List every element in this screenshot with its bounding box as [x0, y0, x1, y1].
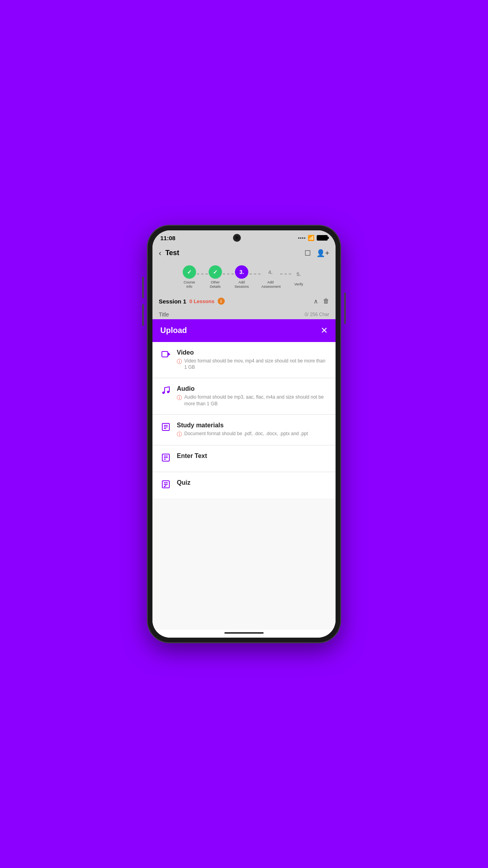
signal-dots-icon	[298, 237, 305, 239]
study-title: Study materials	[177, 422, 328, 429]
video-desc: ⓘ Video format should be mov, mp4 and si…	[177, 358, 328, 371]
text-content: Enter Text	[177, 452, 328, 461]
step-2-circle: ✓	[209, 265, 222, 279]
export-icon[interactable]: ☐	[305, 249, 311, 257]
upload-quiz-item[interactable]: Quiz	[152, 472, 336, 498]
check-icon-2: ✓	[213, 269, 218, 275]
session-lessons-count: 0 Lessons	[189, 298, 215, 304]
video-icon	[160, 349, 171, 361]
step-4-number: 4.	[268, 269, 273, 275]
audio-content: Audio ⓘ Audio format should be mp3, aac,…	[177, 385, 328, 407]
step-verify[interactable]: 5. Verify	[292, 267, 305, 287]
study-materials-icon	[160, 422, 171, 434]
collapse-button[interactable]: ∧	[314, 298, 318, 305]
step-1-label: CourseInfo	[183, 280, 195, 289]
enter-text-icon	[160, 453, 171, 465]
step-5-circle: 5.	[292, 267, 305, 281]
status-time: 11:08	[160, 235, 175, 241]
quiz-content: Quiz	[177, 479, 328, 488]
upload-video-item[interactable]: Video ⓘ Video format should be mov, mp4 …	[152, 342, 336, 379]
home-indicator	[152, 630, 336, 638]
step-4-circle: 4.	[264, 265, 277, 279]
step-4-label: AddAssessment	[261, 280, 279, 289]
upload-title: Upload	[160, 326, 187, 335]
svg-rect-0	[162, 351, 168, 357]
back-button[interactable]: ‹	[159, 248, 161, 257]
quiz-title: Quiz	[177, 479, 328, 486]
page-title: Test	[165, 249, 301, 257]
char-counter: 0/ 256 Char	[305, 312, 329, 317]
session-action-buttons: ∧ 🗑	[314, 298, 329, 305]
study-content: Study materials ⓘ Document format should…	[177, 422, 328, 438]
title-field-row: Title 0/ 256 Char	[159, 308, 329, 319]
audio-title: Audio	[177, 385, 328, 392]
svg-point-2	[162, 392, 165, 394]
phone-screen: 11:08 📶 ‹ Test ☐ 👤+ ✓	[152, 230, 336, 638]
upload-audio-item[interactable]: Audio ⓘ Audio format should be mp3, aac,…	[152, 378, 336, 415]
app-header: ‹ Test ☐ 👤+	[152, 245, 336, 261]
step-3-number: 3.	[239, 269, 244, 275]
phone-device: 11:08 📶 ‹ Test ☐ 👤+ ✓	[148, 226, 340, 642]
status-bar: 11:08 📶	[152, 230, 336, 245]
steps-bar: ✓ CourseInfo ✓ OtherDetails 3. AddSessio…	[152, 261, 336, 294]
step-5-number: 5.	[297, 271, 301, 277]
audio-warning-icon: ⓘ	[177, 394, 182, 401]
step-connector-4	[280, 274, 291, 274]
check-icon: ✓	[187, 269, 192, 275]
upload-text-item[interactable]: Enter Text	[152, 445, 336, 472]
front-camera	[233, 234, 241, 242]
step-2-label: OtherDetails	[210, 280, 221, 289]
wifi-icon: 📶	[308, 235, 314, 241]
step-connector-1	[197, 274, 208, 274]
step-3-circle: 3.	[235, 265, 248, 279]
upload-header: Upload ✕	[152, 319, 336, 342]
quiz-icon	[160, 480, 171, 491]
status-icons: 📶	[298, 235, 328, 241]
session-title: Session 1	[159, 298, 186, 305]
video-title: Video	[177, 349, 328, 356]
svg-marker-1	[168, 353, 170, 356]
title-field-label: Title	[159, 311, 169, 318]
warning-badge: i	[218, 298, 225, 305]
header-action-icons: ☐ 👤+	[305, 249, 329, 257]
upload-study-item[interactable]: Study materials ⓘ Document format should…	[152, 415, 336, 445]
step-course-info[interactable]: ✓ CourseInfo	[183, 265, 196, 289]
session-area: Session 1 0 Lessons i ∧ 🗑 Title 0/ 256 C…	[152, 294, 336, 319]
close-upload-button[interactable]: ✕	[321, 326, 328, 336]
session-row: Session 1 0 Lessons i ∧ 🗑	[159, 298, 329, 308]
share-user-icon[interactable]: 👤+	[316, 249, 329, 257]
step-connector-3	[250, 274, 261, 274]
battery-icon	[317, 235, 328, 241]
volume-up-button	[142, 277, 144, 298]
step-add-sessions[interactable]: 3. AddSessions	[235, 265, 249, 289]
home-bar	[224, 632, 264, 634]
upload-sheet: Upload ✕ Video ⓘ	[152, 319, 336, 638]
power-button	[344, 292, 346, 324]
audio-desc: ⓘ Audio format should be mp3, aac, flac,…	[177, 394, 328, 407]
text-title: Enter Text	[177, 452, 328, 460]
step-3-label: AddSessions	[235, 280, 249, 289]
video-warning-icon: ⓘ	[177, 358, 182, 365]
volume-down-button	[142, 304, 144, 326]
step-connector-2	[223, 274, 234, 274]
step-add-assessment[interactable]: 4. AddAssessment	[261, 265, 279, 289]
study-desc: ⓘ Document format should be .pdf, .doc, …	[177, 430, 328, 438]
svg-point-3	[167, 391, 169, 393]
study-warning-icon: ⓘ	[177, 431, 182, 438]
delete-session-button[interactable]: 🗑	[323, 298, 329, 305]
upload-options-list: Video ⓘ Video format should be mov, mp4 …	[152, 342, 336, 630]
video-content: Video ⓘ Video format should be mov, mp4 …	[177, 349, 328, 371]
audio-icon	[160, 386, 171, 397]
step-other-details[interactable]: ✓ OtherDetails	[209, 265, 222, 289]
step-1-circle: ✓	[183, 265, 196, 279]
step-5-label: Verify	[294, 282, 303, 287]
